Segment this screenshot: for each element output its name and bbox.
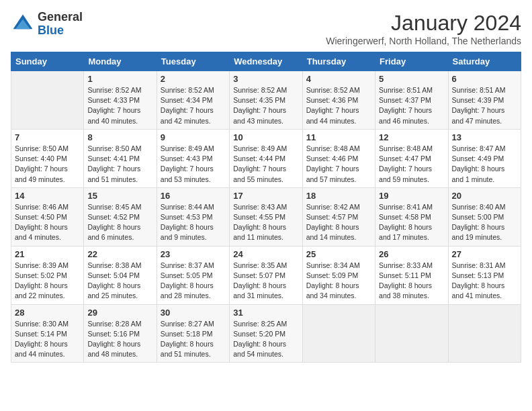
day-info: Sunrise: 8:49 AMSunset: 4:43 PMDaylight:… — [161, 144, 226, 185]
day-number: 15 — [87, 191, 152, 201]
day-info: Sunrise: 8:48 AMSunset: 4:46 PMDaylight:… — [306, 144, 371, 185]
calendar-cell: 22Sunrise: 8:38 AMSunset: 5:04 PMDayligh… — [84, 246, 157, 304]
header-thursday: Thursday — [302, 52, 375, 71]
day-number: 6 — [452, 74, 517, 84]
logo-icon — [11, 12, 35, 36]
calendar-cell: 5Sunrise: 8:51 AMSunset: 4:37 PMDaylight… — [375, 71, 448, 130]
day-info: Sunrise: 8:30 AMSunset: 5:14 PMDaylight:… — [15, 319, 80, 360]
day-info: Sunrise: 8:46 AMSunset: 4:50 PMDaylight:… — [15, 202, 80, 243]
calendar-cell: 20Sunrise: 8:40 AMSunset: 5:00 PMDayligh… — [448, 187, 521, 246]
calendar-cell: 4Sunrise: 8:52 AMSunset: 4:36 PMDaylight… — [302, 71, 375, 130]
calendar-cell: 19Sunrise: 8:41 AMSunset: 4:58 PMDayligh… — [375, 187, 448, 246]
calendar-cell: 23Sunrise: 8:37 AMSunset: 5:05 PMDayligh… — [157, 246, 229, 304]
day-info: Sunrise: 8:48 AMSunset: 4:47 PMDaylight:… — [379, 144, 444, 185]
day-number: 25 — [306, 249, 371, 259]
calendar-table: SundayMondayTuesdayWednesdayThursdayFrid… — [11, 52, 521, 363]
day-info: Sunrise: 8:52 AMSunset: 4:33 PMDaylight:… — [87, 85, 152, 126]
day-number: 10 — [233, 132, 298, 142]
day-info: Sunrise: 8:33 AMSunset: 5:11 PMDaylight:… — [379, 261, 444, 302]
calendar-cell: 18Sunrise: 8:42 AMSunset: 4:57 PMDayligh… — [302, 187, 375, 246]
day-info: Sunrise: 8:52 AMSunset: 4:34 PMDaylight:… — [161, 85, 226, 126]
day-number: 16 — [161, 191, 226, 201]
day-info: Sunrise: 8:42 AMSunset: 4:57 PMDaylight:… — [306, 202, 371, 243]
day-number: 28 — [15, 308, 80, 318]
header-tuesday: Tuesday — [157, 52, 229, 71]
header-sunday: Sunday — [11, 52, 84, 71]
calendar-header-row: SundayMondayTuesdayWednesdayThursdayFrid… — [11, 52, 521, 71]
day-info: Sunrise: 8:50 AMSunset: 4:40 PMDaylight:… — [15, 144, 80, 185]
calendar-cell: 21Sunrise: 8:39 AMSunset: 5:02 PMDayligh… — [11, 246, 84, 304]
day-info: Sunrise: 8:52 AMSunset: 4:35 PMDaylight:… — [233, 85, 298, 126]
calendar-cell: 13Sunrise: 8:47 AMSunset: 4:49 PMDayligh… — [448, 129, 521, 187]
calendar-cell: 29Sunrise: 8:28 AMSunset: 5:16 PMDayligh… — [84, 304, 157, 363]
calendar-week-row: 28Sunrise: 8:30 AMSunset: 5:14 PMDayligh… — [11, 304, 521, 363]
header-saturday: Saturday — [448, 52, 521, 71]
day-info: Sunrise: 8:34 AMSunset: 5:09 PMDaylight:… — [306, 261, 371, 302]
day-info: Sunrise: 8:38 AMSunset: 5:04 PMDaylight:… — [87, 261, 152, 302]
day-info: Sunrise: 8:25 AMSunset: 5:20 PMDaylight:… — [233, 319, 298, 360]
day-number: 22 — [87, 249, 152, 259]
day-info: Sunrise: 8:35 AMSunset: 5:07 PMDaylight:… — [233, 261, 298, 302]
location-subtitle: Wieringerwerf, North Holland, The Nether… — [326, 36, 521, 46]
day-info: Sunrise: 8:41 AMSunset: 4:58 PMDaylight:… — [379, 202, 444, 243]
day-info: Sunrise: 8:37 AMSunset: 5:05 PMDaylight:… — [161, 261, 226, 302]
day-number: 4 — [306, 74, 371, 84]
title-block: January 2024 Wieringerwerf, North Hollan… — [326, 11, 521, 46]
day-number: 31 — [233, 308, 298, 318]
day-number: 20 — [452, 191, 517, 201]
page-header: General Blue January 2024 Wieringerwerf,… — [11, 11, 521, 46]
day-info: Sunrise: 8:39 AMSunset: 5:02 PMDaylight:… — [15, 261, 80, 302]
calendar-cell: 24Sunrise: 8:35 AMSunset: 5:07 PMDayligh… — [230, 246, 302, 304]
calendar-cell: 9Sunrise: 8:49 AMSunset: 4:43 PMDaylight… — [157, 129, 229, 187]
calendar-week-row: 14Sunrise: 8:46 AMSunset: 4:50 PMDayligh… — [11, 187, 521, 246]
day-number: 3 — [233, 74, 298, 84]
day-info: Sunrise: 8:40 AMSunset: 5:00 PMDaylight:… — [452, 202, 517, 243]
calendar-cell: 26Sunrise: 8:33 AMSunset: 5:11 PMDayligh… — [375, 246, 448, 304]
calendar-week-row: 21Sunrise: 8:39 AMSunset: 5:02 PMDayligh… — [11, 246, 521, 304]
day-number: 7 — [15, 132, 80, 142]
day-number: 29 — [87, 308, 152, 318]
day-number: 8 — [87, 132, 152, 142]
calendar-cell — [375, 304, 448, 363]
calendar-cell: 28Sunrise: 8:30 AMSunset: 5:14 PMDayligh… — [11, 304, 84, 363]
calendar-cell: 6Sunrise: 8:51 AMSunset: 4:39 PMDaylight… — [448, 71, 521, 130]
day-number: 13 — [452, 132, 517, 142]
header-wednesday: Wednesday — [230, 52, 302, 71]
calendar-cell — [448, 304, 521, 363]
day-number: 19 — [379, 191, 444, 201]
header-friday: Friday — [375, 52, 448, 71]
day-number: 1 — [87, 74, 152, 84]
day-number: 30 — [161, 308, 226, 318]
day-number: 24 — [233, 249, 298, 259]
calendar-cell: 8Sunrise: 8:50 AMSunset: 4:41 PMDaylight… — [84, 129, 157, 187]
calendar-cell: 10Sunrise: 8:49 AMSunset: 4:44 PMDayligh… — [230, 129, 302, 187]
calendar-cell: 17Sunrise: 8:43 AMSunset: 4:55 PMDayligh… — [230, 187, 302, 246]
day-number: 2 — [161, 74, 226, 84]
calendar-cell: 30Sunrise: 8:27 AMSunset: 5:18 PMDayligh… — [157, 304, 229, 363]
day-number: 5 — [379, 74, 444, 84]
calendar-cell: 14Sunrise: 8:46 AMSunset: 4:50 PMDayligh… — [11, 187, 84, 246]
calendar-cell: 31Sunrise: 8:25 AMSunset: 5:20 PMDayligh… — [230, 304, 302, 363]
calendar-cell: 1Sunrise: 8:52 AMSunset: 4:33 PMDaylight… — [84, 71, 157, 130]
calendar-week-row: 7Sunrise: 8:50 AMSunset: 4:40 PMDaylight… — [11, 129, 521, 187]
day-number: 14 — [15, 191, 80, 201]
day-info: Sunrise: 8:49 AMSunset: 4:44 PMDaylight:… — [233, 144, 298, 185]
day-info: Sunrise: 8:50 AMSunset: 4:41 PMDaylight:… — [87, 144, 152, 185]
day-info: Sunrise: 8:45 AMSunset: 4:52 PMDaylight:… — [87, 202, 152, 243]
calendar-cell: 2Sunrise: 8:52 AMSunset: 4:34 PMDaylight… — [157, 71, 229, 130]
day-number: 26 — [379, 249, 444, 259]
calendar-cell: 27Sunrise: 8:31 AMSunset: 5:13 PMDayligh… — [448, 246, 521, 304]
day-number: 27 — [452, 249, 517, 259]
day-info: Sunrise: 8:27 AMSunset: 5:18 PMDaylight:… — [161, 319, 226, 360]
day-number: 9 — [161, 132, 226, 142]
day-info: Sunrise: 8:44 AMSunset: 4:53 PMDaylight:… — [161, 202, 226, 243]
calendar-cell: 7Sunrise: 8:50 AMSunset: 4:40 PMDaylight… — [11, 129, 84, 187]
day-number: 17 — [233, 191, 298, 201]
day-info: Sunrise: 8:52 AMSunset: 4:36 PMDaylight:… — [306, 85, 371, 126]
day-number: 18 — [306, 191, 371, 201]
day-info: Sunrise: 8:28 AMSunset: 5:16 PMDaylight:… — [87, 319, 152, 360]
logo-text: General Blue — [38, 11, 83, 38]
header-monday: Monday — [84, 52, 157, 71]
day-number: 12 — [379, 132, 444, 142]
day-info: Sunrise: 8:47 AMSunset: 4:49 PMDaylight:… — [452, 144, 517, 185]
